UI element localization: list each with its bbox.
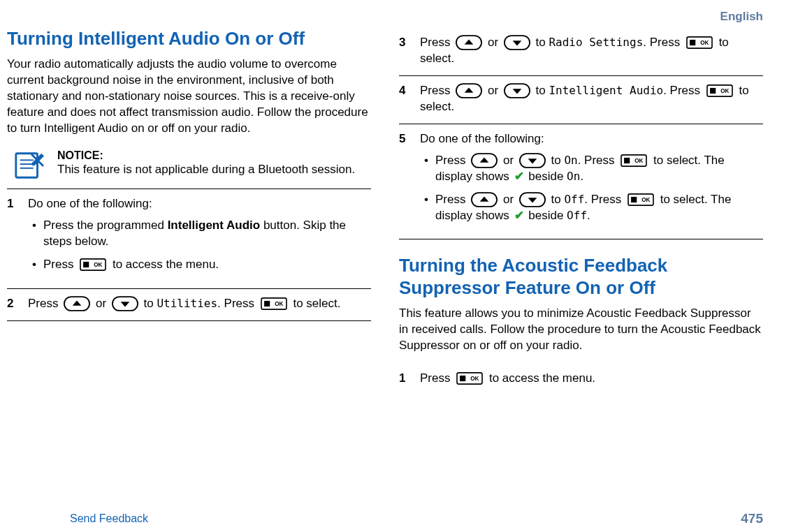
step-1: 1 Do one of the following: • Press the p… <box>7 189 371 288</box>
ok-key-icon <box>620 154 648 167</box>
step-3: 3 Press or to Radio Settings. Press to s… <box>399 28 763 75</box>
notice-icon <box>13 149 45 182</box>
text: or <box>488 84 502 97</box>
section1-steps-right: 3 Press or to Radio Settings. Press to s… <box>399 28 763 239</box>
intelligent-audio-bold: Intelligent Audio <box>168 219 261 232</box>
text: to access the menu. <box>113 258 219 271</box>
step-number: 2 <box>7 296 25 312</box>
step-number: 3 <box>399 35 417 67</box>
down-arrow-key-icon <box>519 153 546 168</box>
bullet-icon: • <box>28 257 41 273</box>
right-column: 3 Press or to Radio Settings. Press to s… <box>399 28 763 395</box>
text: Press <box>28 297 61 310</box>
two-column-layout: Turning Intelligent Audio On or Off Your… <box>0 28 763 395</box>
section1-title: Turning Intelligent Audio On or Off <box>7 28 371 50</box>
text: . Press <box>578 154 618 167</box>
menu-off: Off <box>567 209 587 222</box>
section1-steps-left: 1 Do one of the following: • Press the p… <box>7 189 371 321</box>
down-arrow-key-icon <box>112 296 138 311</box>
text: or <box>96 297 110 310</box>
text: Press the programmed <box>43 219 168 232</box>
list-item: • Press the programmed Intelligent Audio… <box>28 218 371 250</box>
text: Press <box>420 371 453 385</box>
menu-radio-settings: Radio Settings <box>549 36 643 49</box>
down-arrow-key-icon <box>519 192 546 207</box>
text: or <box>503 193 517 206</box>
up-arrow-key-icon <box>471 192 498 207</box>
text: Press <box>420 36 453 49</box>
list-item: • Press or to On. Press to select. The d… <box>420 153 763 185</box>
ok-key-icon <box>456 372 484 385</box>
up-arrow-key-icon <box>456 83 482 98</box>
text: . Press <box>643 36 683 49</box>
text: Press <box>43 258 77 271</box>
notice-box: NOTICE: This feature is not applicable d… <box>7 149 371 182</box>
up-arrow-key-icon <box>456 35 482 50</box>
bullet-icon: • <box>28 218 41 250</box>
text: . <box>587 209 590 222</box>
page-number: 475 <box>741 511 763 526</box>
text: Press <box>435 154 469 167</box>
text: Press <box>420 84 453 97</box>
step-5: 5 Do one of the following: • Press or <box>399 124 763 240</box>
step-2: 2 Press or to Utilities. Press to select… <box>7 288 371 321</box>
step-4: 4 Press or to Intelligent Audio. Press t… <box>399 75 763 124</box>
list-item: • Press or to Off. Press to select. The … <box>420 192 763 224</box>
text: to <box>536 36 549 49</box>
text: . <box>580 170 583 183</box>
page: English Turning Intelligent Audio On or … <box>0 0 791 532</box>
step1-lead: Do one of the following: <box>28 197 152 210</box>
section2-intro: This feature allows you to minimize Acou… <box>399 306 763 354</box>
text: to <box>551 154 565 167</box>
text: beside <box>525 170 567 183</box>
step-number: 1 <box>7 196 25 280</box>
text: to select. <box>293 297 340 310</box>
menu-on: On <box>564 154 577 167</box>
text: to <box>536 84 549 97</box>
ok-key-icon <box>706 84 734 97</box>
menu-on: On <box>567 170 580 183</box>
text: Press <box>435 193 469 206</box>
menu-utilities: Utilities <box>157 297 217 310</box>
ok-key-icon <box>79 258 107 271</box>
notice-text: This feature is not applicable during a … <box>57 162 371 177</box>
ok-key-icon <box>627 193 655 206</box>
ok-key-icon <box>260 297 288 310</box>
checkmark-icon: ✔ <box>514 208 524 224</box>
section1-intro: Your radio automatically adjusts the aud… <box>7 57 371 137</box>
text: to <box>144 297 157 310</box>
checkmark-icon: ✔ <box>514 169 524 185</box>
text: or <box>488 36 502 49</box>
step-number: 5 <box>399 131 417 231</box>
ok-key-icon <box>685 36 713 49</box>
text: . Press <box>217 297 258 310</box>
text: or <box>503 154 517 167</box>
footer: Send Feedback 475 <box>0 511 791 526</box>
text: to <box>551 193 565 206</box>
step-number: 1 <box>399 371 417 387</box>
bullet-icon: • <box>420 153 433 185</box>
menu-intelligent-audio: Intelligent Audio <box>549 84 663 97</box>
up-arrow-key-icon <box>64 296 90 311</box>
text: . Press <box>584 193 625 206</box>
up-arrow-key-icon <box>471 153 498 168</box>
section2-steps: 1 Press to access the menu. <box>399 364 763 395</box>
notice-label: NOTICE: <box>57 149 371 162</box>
text: beside <box>525 209 567 222</box>
down-arrow-key-icon <box>504 83 530 98</box>
send-feedback-link[interactable]: Send Feedback <box>70 512 148 525</box>
language-label: English <box>0 10 763 24</box>
step5-lead: Do one of the following: <box>420 132 544 145</box>
down-arrow-key-icon <box>504 35 530 50</box>
step-number: 4 <box>399 83 417 115</box>
menu-off: Off <box>564 193 584 206</box>
left-column: Turning Intelligent Audio On or Off Your… <box>7 28 371 395</box>
bullet-icon: • <box>420 192 433 224</box>
step-1: 1 Press to access the menu. <box>399 364 763 395</box>
text: . Press <box>663 84 704 97</box>
list-item: • Press to access the menu. <box>28 257 371 273</box>
text: to access the menu. <box>489 371 595 385</box>
section2-title: Turning the Acoustic Feedback Suppressor… <box>399 255 763 298</box>
